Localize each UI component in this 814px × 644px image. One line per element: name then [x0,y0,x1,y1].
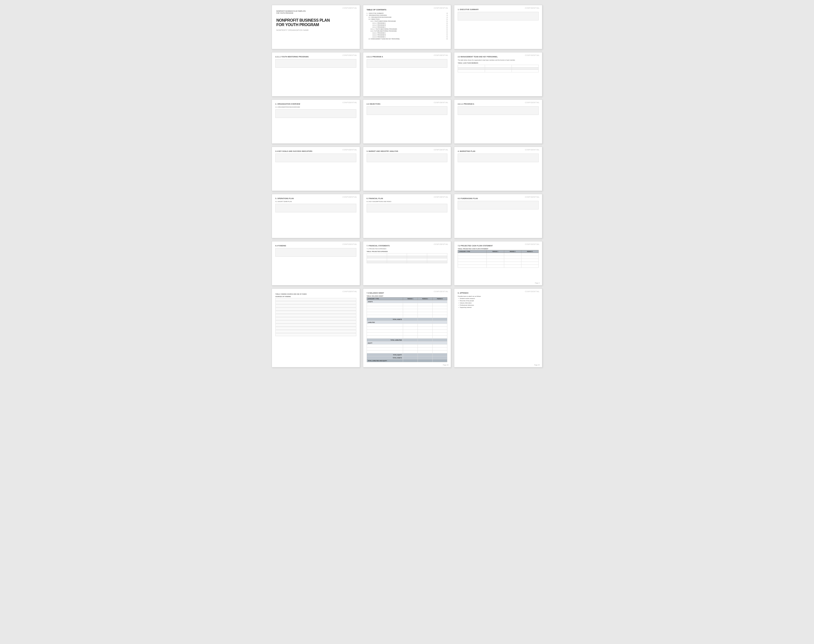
confidential-label: CONFIDENTIAL [525,196,540,198]
funding-card: CONFIDENTIAL 6.4 FUNDING [272,241,360,285]
appendix-bullet: Professional references [458,304,539,306]
toc-item: 2.2.2.1 PROGRAM A6 [366,32,448,34]
section-subtitle: 5.1 SHORT-TERM PLAN [275,201,356,202]
table-row [366,345,448,348]
content-placeholder [458,153,539,162]
toc-item: 2.2.2 FUTURE MENTORING PROGRAMS6 [366,30,448,32]
assets-label: ASSETS [366,300,403,303]
exec-summary-card: CONFIDENTIAL 1. EXECUTIVE SUMMARY [454,5,542,49]
appendix-bullet: Detailed market research [458,297,539,299]
funding-row [275,330,356,333]
youth-mentoring-card: CONFIDENTIAL 2.2.1.1 YOUTH MENTORING PRO… [272,52,360,97]
funding-row [275,317,356,320]
table-row [366,312,448,315]
total-assets-row: TOTAL ASSETS [366,318,448,321]
toc-item: 2.2.2.2 PROGRAM B6 [366,34,448,36]
funding-row [275,298,356,301]
col-header: PERIOD 2 [504,250,521,253]
table-row [366,333,448,336]
funding-row [275,304,356,307]
toc-item: 2. ORGANIZATION OVERVIEW4 [366,14,448,16]
appendix-bullet: Resumes of key people [458,299,539,302]
table-label: TABLE: PROJECTED CASH FLOW STATEMENT [458,248,539,250]
confidential-label: CONFIDENTIAL [525,54,540,56]
confidential-label: CONFIDENTIAL [343,291,357,292]
confidential-label: CONFIDENTIAL [434,196,449,198]
funding-row [275,324,356,327]
funding-sources-card: CONFIDENTIAL TABLE: FUNDING SOURCE AND U… [272,288,360,367]
funding-row [275,301,356,304]
funding-row [275,314,356,317]
funding-row [275,320,356,324]
market-analysis-card: CONFIDENTIAL 3. MARKET AND INDUSTRY ANAL… [363,147,451,191]
cover-org-name: NONPROFIT ORGANIZATION NAME [276,29,355,31]
total-equity-row: TOTAL EQUITY [366,353,448,356]
section-body: The table below shows the organization's… [458,59,539,61]
section-title: 6.4 FUNDING [275,245,356,247]
org-overview-card: CONFIDENTIAL 2. ORGANIZATION OVERVIEW 2.… [272,100,360,144]
cash-flow-card: CONFIDENTIAL 7.2 PROJECTED CASH FLOW STA… [454,241,542,285]
appendix-body: Possible items to attach are as follows: [458,295,539,297]
toc-item: 2.2.1.1 YOUTH MENTORING PROGRAMS6 [366,28,448,30]
toc-item: 2.2.1.2 PROGRAM B6 [366,24,448,26]
fundraising-card: CONFIDENTIAL 6.3 FUNDRAISING PLAN [454,194,542,238]
confidential-label: CONFIDENTIAL [343,54,357,56]
content-placeholder [275,153,356,162]
page-number: Page 19 [443,364,448,366]
content-placeholder [458,201,539,209]
total-equity-label: TOTAL EQUITY [366,353,403,356]
financial-statements-card: CONFIDENTIAL 7. FINANCIAL STATEMENTS 7.1… [363,241,451,285]
toc-item: 2.2 OBJECTIVES5 [366,18,448,20]
col-header: PERIOD 3 [521,250,538,253]
toc-item: 2.2.1.3 PROGRAM C6 [366,26,448,28]
content-placeholder [275,204,356,212]
col-header: CATEGORY / TYPE [458,250,487,253]
total-liabilities-label: TOTAL LIABILITIES [366,339,403,342]
confidential-label: CONFIDENTIAL [343,243,357,245]
table-row [366,336,448,339]
appendix-card: CONFIDENTIAL 8. APPENDIX Possible items … [454,288,542,367]
content-placeholder [458,106,539,115]
toc-item: 1. EXECUTIVE SUMMARY3 [366,12,448,14]
sources-label: SOURCES OF FUNDING [275,296,356,297]
table-label: TABLE: BALANCE SHEET [366,295,448,297]
content-placeholder [275,248,356,257]
cash-flow-table: CATEGORY / TYPE PERIOD 1 PERIOD 2 PERIOD… [458,250,539,268]
table-row [366,306,448,309]
confidential-label: CONFIDENTIAL [434,102,449,103]
operations-card: CONFIDENTIAL 5. OPERATIONS PLAN 5.1 SHOR… [272,194,360,238]
col-header: PERIOD 3 [432,297,448,300]
section-title: 6.3 FUNDRAISING PLAN [458,198,539,199]
assets-header-row: ASSETS [366,300,448,303]
toc-item: 2.3 MANAGEMENT TEAM AND KEY PERSONNEL6 [366,38,448,40]
projected-expenses-table [366,253,448,263]
cover-main-title: NONPROFIT BUSINESS PLANFOR YOUTH PROGRAM [276,18,355,27]
content-placeholder [275,109,356,118]
equity-label: EQUITY [366,342,403,345]
col-header: CATEGORY / TYPE [366,297,403,300]
funding-row [275,311,356,314]
table-label: TABLE: PROJECTED EXPENSES [366,251,448,252]
confidential-label: CONFIDENTIAL [525,149,540,150]
content-placeholder [366,204,448,212]
section-title: 3. MARKET AND INDUSTRY ANALYSIS [366,150,448,152]
table-row [366,330,448,333]
content-placeholder [275,59,356,67]
section-title: 5. OPERATIONS PLAN [275,198,356,199]
section-title: 4. MARKETING PLAN [458,150,539,152]
toc-item: 2.2.1 YOUTH MENTORING PROGRAMS5 [366,20,448,22]
grand-total-assets-label: TOTAL ASSETS [366,356,403,359]
total-liabilities-equity-label: TOTAL LIABILITIES AND EQUITY [366,359,403,362]
page-number: Page 4 [535,282,540,284]
section-title: 2.2.2.1 PROGRAM A [366,56,448,58]
funding-row [275,308,356,311]
marketing-plan-card: CONFIDENTIAL 4. MARKETING PLAN [454,147,542,191]
confidential-label: CONFIDENTIAL [343,149,357,150]
table-row [366,303,448,306]
content-placeholder [366,153,448,162]
objectives-card: CONFIDENTIAL 2.2 OBJECTIVES [363,100,451,144]
table-row [366,309,448,312]
content-placeholder [366,59,448,67]
balance-sheet-table: CATEGORY / TYPE PERIOD 1 PERIOD 2 PERIOD… [366,297,448,362]
confidential-label: CONFIDENTIAL [434,243,449,245]
